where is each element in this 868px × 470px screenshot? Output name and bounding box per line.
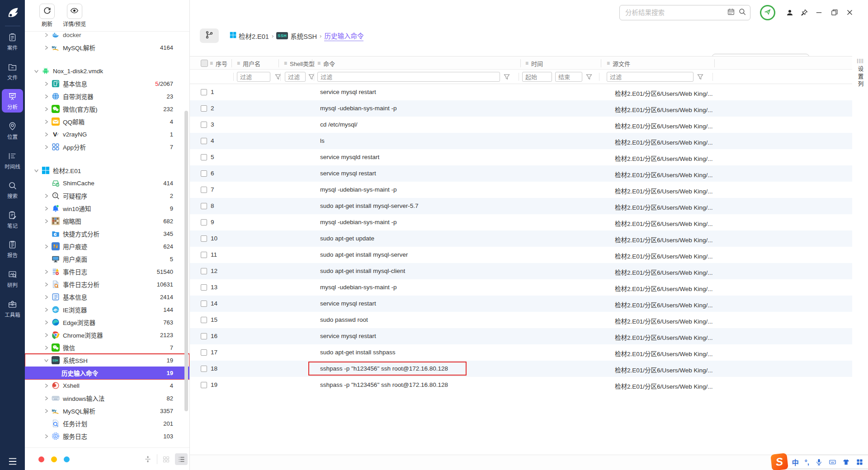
row-checkbox[interactable] xyxy=(201,122,207,128)
tree-item-基本信息[interactable]: 基本信息5/2067 xyxy=(25,77,189,90)
column-header-时间[interactable]: ≡时间 xyxy=(525,56,543,70)
chevron-closed-icon[interactable] xyxy=(43,344,49,351)
rail-menu-button[interactable] xyxy=(0,457,25,465)
tree-item-快捷方式分析[interactable]: 快捷方式分析345 xyxy=(25,227,189,240)
chevron-open-icon[interactable] xyxy=(33,68,39,74)
row-checkbox[interactable] xyxy=(201,187,207,193)
column-header-序号[interactable]: ≡序号 xyxy=(210,56,227,70)
rail-item-案件[interactable]: 案件 xyxy=(2,30,23,53)
row-checkbox[interactable] xyxy=(201,138,207,144)
tree-item-IE浏览器[interactable]: eIE浏览器144 xyxy=(25,303,189,316)
global-search-input[interactable] xyxy=(625,9,727,16)
branch-view-button[interactable] xyxy=(200,28,219,43)
chevron-closed-icon[interactable] xyxy=(43,106,49,112)
source-filter-input[interactable] xyxy=(607,72,693,82)
column-menu-icon[interactable]: ≡ xyxy=(237,60,240,66)
table-row-8[interactable]: 8sudo apt-get install mysql-server-5.7检材… xyxy=(190,198,852,214)
row-checkbox[interactable] xyxy=(201,235,207,242)
chevron-closed-icon[interactable] xyxy=(43,281,49,287)
tree-item-App分析[interactable]: App分析7 xyxy=(25,141,189,153)
column-menu-icon[interactable]: ≡ xyxy=(607,60,610,66)
rail-item-文件[interactable]: 文件 xyxy=(2,60,23,83)
table-row-19[interactable]: 19sshpass -p "h123456" ssh root@172.16.8… xyxy=(190,377,852,393)
collapse-panel-button[interactable] xyxy=(142,453,154,465)
tree-item-基本信息[interactable]: 基本信息2414 xyxy=(25,291,189,303)
column-menu-icon[interactable]: ≡ xyxy=(210,60,213,66)
row-checkbox[interactable] xyxy=(201,170,207,177)
table-row-16[interactable]: 16service mysql restart检材2.E01/分区6/Users… xyxy=(190,328,852,344)
ime-toolbox-icon[interactable] xyxy=(856,458,863,466)
chevron-closed-icon[interactable] xyxy=(43,268,49,275)
send-report-button[interactable] xyxy=(760,5,775,20)
preview-button[interactable]: 详情/预览 xyxy=(63,4,86,28)
tree-item-win10通知[interactable]: win10通知9 xyxy=(25,202,189,215)
row-checkbox[interactable] xyxy=(201,105,207,112)
tree-item-windows输入法[interactable]: windows输入法82 xyxy=(25,392,189,404)
rail-item-位置[interactable]: 位置 xyxy=(2,119,23,142)
chevron-open-icon[interactable] xyxy=(43,357,49,363)
tree-item-缩略图[interactable]: 缩略图682 xyxy=(25,215,189,227)
breadcrumb-current[interactable]: 历史输入命令 xyxy=(324,31,363,41)
row-checkbox[interactable] xyxy=(201,203,207,209)
chevron-closed-icon[interactable] xyxy=(43,118,49,125)
list-view-button[interactable] xyxy=(175,453,188,465)
breadcrumb-ssh[interactable]: SSH系统SSH xyxy=(276,31,317,41)
username-filter-input[interactable] xyxy=(237,72,270,82)
chevron-closed-icon[interactable] xyxy=(43,205,49,212)
time-start-filter-input[interactable] xyxy=(522,72,552,82)
rail-item-笔记[interactable]: 笔记 xyxy=(2,208,23,231)
grid-view-button[interactable] xyxy=(160,453,172,465)
chevron-closed-icon[interactable] xyxy=(43,80,49,87)
row-checkbox[interactable] xyxy=(201,317,207,323)
tree-item-检材2.E01[interactable]: 检材2.E01 xyxy=(25,164,189,177)
chevron-closed-icon[interactable] xyxy=(43,294,49,300)
rail-item-时间线[interactable]: 时间线 xyxy=(2,149,23,172)
breadcrumb-evidence[interactable]: 检材2.E01 xyxy=(230,31,269,41)
blue-dot-button[interactable] xyxy=(64,456,70,462)
chevron-closed-icon[interactable] xyxy=(43,93,49,99)
table-row-17[interactable]: 17sudo apt-get install sshpass检材2.E01/分区… xyxy=(190,344,852,361)
refresh-button[interactable]: 刷新 xyxy=(39,4,55,28)
chevron-open-icon[interactable] xyxy=(33,167,39,174)
rail-item-工具箱[interactable]: 工具箱 xyxy=(2,297,23,320)
table-row-10[interactable]: 10sudo apt-get update检材2.E01/分区6/Users/W… xyxy=(190,230,852,247)
column-menu-icon[interactable]: ≡ xyxy=(284,60,287,66)
tree-scrollbar[interactable] xyxy=(184,111,188,411)
table-row-6[interactable]: 6service mysql restart检材2.E01/分区6/Users/… xyxy=(190,165,852,182)
chevron-closed-icon[interactable] xyxy=(43,218,49,224)
rail-item-研判[interactable]: 研判 xyxy=(2,267,23,291)
table-row-1[interactable]: 1service mysql restart检材2.E01/分区6/Users/… xyxy=(190,84,852,100)
tree-item-任务计划[interactable]: 任务计划201 xyxy=(25,417,189,430)
chevron-closed-icon[interactable] xyxy=(43,144,49,150)
column-header-命令[interactable]: ≡命令 xyxy=(317,56,335,70)
tree-item-Xshell[interactable]: Xshell4 xyxy=(25,379,189,392)
chevron-closed-icon[interactable] xyxy=(43,433,49,439)
chevron-closed-icon[interactable] xyxy=(43,44,49,51)
select-all-checkbox[interactable] xyxy=(201,60,208,67)
skin-icon[interactable] xyxy=(842,458,850,466)
tree-item-v2rayNG[interactable]: Vv2rayNG1 xyxy=(25,128,189,141)
rail-item-分析[interactable]: 分析 xyxy=(2,89,23,113)
chevron-closed-icon[interactable] xyxy=(43,306,49,313)
table-row-13[interactable]: 13mysql -udebian-sys-maint -p检材2.E01/分区6… xyxy=(190,279,852,296)
table-row-7[interactable]: 7mysql -udebian-sys-maint -p检材2.E01/分区6/… xyxy=(190,182,852,198)
tree-item-QQ邮箱[interactable]: QQ邮箱4 xyxy=(25,115,189,128)
tree-item-自带浏览器[interactable]: 自带浏览器23 xyxy=(25,90,189,103)
command-filter-input[interactable] xyxy=(317,72,500,82)
row-checkbox[interactable] xyxy=(201,349,207,356)
table-row-3[interactable]: 3cd /etc/mysql/检材2.E01/分区6/Users/Web Kin… xyxy=(190,117,852,133)
yellow-dot-button[interactable] xyxy=(51,456,57,462)
table-row-18[interactable]: 18sshpass -p "h123456" ssh root@172.16.8… xyxy=(190,361,852,377)
time-end-filter-input[interactable] xyxy=(555,72,582,82)
ime-punctuation[interactable]: °, xyxy=(805,458,809,466)
row-checkbox[interactable] xyxy=(201,366,207,372)
chevron-closed-icon[interactable] xyxy=(43,131,49,137)
rail-item-搜索[interactable]: 搜索 xyxy=(2,178,23,202)
tree-item-MySQL解析[interactable]: MyMySQL解析4164 xyxy=(25,41,189,54)
table-row-5[interactable]: 5service mysqld restart检材2.E01/分区6/Users… xyxy=(190,149,852,165)
row-checkbox[interactable] xyxy=(201,284,207,291)
chevron-closed-icon[interactable] xyxy=(43,382,49,389)
chevron-closed-icon[interactable] xyxy=(43,395,49,401)
table-row-2[interactable]: 2mysql -udebian-sys-maint -p检材2.E01/分区6/… xyxy=(190,100,852,117)
sogou-logo-icon[interactable]: S xyxy=(770,453,788,470)
